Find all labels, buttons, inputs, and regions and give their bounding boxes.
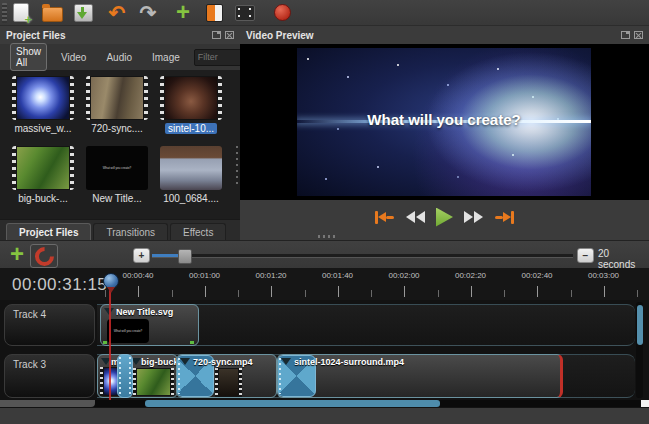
current-timecode: 00:00:31:15 (12, 275, 107, 295)
undo-button[interactable] (106, 2, 128, 24)
timeline-ruler[interactable]: 00:00:4000:01:0000:01:2000:01:4000:02:00… (95, 268, 649, 300)
preview-frame: What will you create? (297, 48, 591, 196)
resize-grip[interactable] (641, 400, 649, 407)
ruler-label: 00:01:20 (255, 271, 286, 280)
import-files-button[interactable] (172, 2, 194, 24)
file-label: big-buck-... (15, 193, 70, 204)
title-thumbnail: What will you create? (86, 146, 148, 190)
title-preview-text: What will you create? (103, 166, 132, 170)
filter-input[interactable] (194, 49, 244, 66)
file-item-massive[interactable]: massive_w... (6, 76, 80, 146)
transition-clip[interactable] (117, 354, 133, 398)
filmstrip-thumbnail (160, 76, 222, 120)
clip-new-title[interactable]: New Title.svg What will you create? (100, 304, 199, 346)
jump-to-start-button[interactable] (375, 211, 395, 224)
close-panel-icon[interactable] (634, 31, 643, 39)
fullscreen-icon (235, 5, 255, 21)
keyframe-mark (103, 341, 107, 344)
close-panel-icon[interactable] (225, 31, 234, 39)
plus-icon (10, 244, 24, 264)
zoom-slider-thumb[interactable] (178, 249, 192, 264)
status-bar (0, 408, 649, 424)
track-row-3: Track 3 m big-buck- 72 (0, 354, 649, 398)
preview-viewport[interactable]: What will you create? (240, 44, 649, 200)
clip-label: big-buck- (141, 357, 178, 367)
float-panel-icon[interactable] (621, 31, 630, 39)
filmstrip-thumbnail (12, 76, 74, 120)
ruler-minor-tick (172, 290, 173, 297)
file-label: New Title... (89, 193, 144, 204)
rewind-button[interactable] (406, 211, 425, 223)
horizontal-scrollbar[interactable] (0, 400, 649, 407)
ruler-label: 00:02:40 (521, 271, 552, 280)
clip-720-sync[interactable]: 720-sync.mp4 (176, 354, 277, 398)
file-item-big-buck[interactable]: big-buck-... (6, 146, 80, 216)
chevron-down-icon[interactable] (281, 358, 291, 365)
choose-profile-button[interactable] (203, 2, 225, 24)
toolbar-grip[interactable] (2, 3, 7, 23)
ruler-major-tick (404, 286, 405, 297)
playback-controls (240, 200, 649, 234)
clip-sintel[interactable]: sintel-1024-surround.mp4 (277, 354, 563, 398)
zoom-in-button[interactable] (133, 248, 150, 263)
open-project-button[interactable] (41, 2, 63, 24)
filter-tab-video[interactable]: Video (55, 49, 92, 66)
timeline-ruler-row: 00:00:31:15 00:00:4000:01:0000:01:2000:0… (0, 268, 649, 301)
track-name: Track 3 (13, 359, 46, 370)
ruler-label: 00:01:00 (189, 271, 220, 280)
stars-decoration (307, 58, 309, 60)
redo-button[interactable] (137, 2, 159, 24)
dock-buttons (621, 31, 643, 39)
fast-forward-button[interactable] (464, 211, 483, 223)
playhead-marker[interactable] (103, 273, 119, 289)
export-video-button[interactable] (271, 2, 293, 24)
file-item-100-0684[interactable]: 100_0684.... (154, 146, 228, 216)
zoom-level-label: 20 seconds (598, 248, 649, 270)
track-header-3[interactable]: Track 3 (4, 354, 95, 398)
snapping-toggle-button[interactable] (30, 244, 58, 268)
profile-icon (206, 4, 223, 22)
clip-label: sintel-1024-surround.mp4 (294, 357, 404, 367)
track-row-4: Track 4 New Title.svg What will you crea… (0, 304, 649, 346)
fullscreen-button[interactable] (234, 2, 256, 24)
ruler-label: 00:03:00 (588, 271, 619, 280)
zoom-out-button[interactable] (577, 248, 594, 263)
file-item-new-title[interactable]: What will you create? New Title... (80, 146, 154, 216)
tab-transitions[interactable]: Transitions (93, 223, 168, 241)
zoom-slider[interactable] (152, 254, 573, 258)
clip-big-buck[interactable]: big-buck- (127, 354, 178, 398)
plus-icon (176, 3, 190, 22)
file-label-selected: sintel-10... (165, 123, 217, 134)
panel-title: Project Files (6, 30, 65, 41)
file-item-720-sync[interactable]: 720-sync.... (80, 76, 154, 146)
add-track-button[interactable] (6, 243, 28, 265)
ruler-major-tick (338, 286, 339, 297)
play-button[interactable] (436, 208, 453, 227)
file-item-sintel[interactable]: sintel-10... (154, 76, 228, 146)
jump-to-end-button[interactable] (494, 211, 514, 224)
track-header-4[interactable]: Track 4 (4, 304, 95, 346)
tab-project-files[interactable]: Project Files (6, 223, 91, 241)
filter-tab-audio[interactable]: Audio (100, 49, 138, 66)
horizontal-splitter-handle[interactable] (318, 235, 336, 238)
clip-label: New Title.svg (116, 307, 173, 317)
ruler-major-tick (205, 286, 206, 297)
filter-tab-image[interactable]: Image (146, 49, 186, 66)
playhead-line[interactable] (109, 288, 111, 400)
filter-tab-show-all[interactable]: Show All (10, 43, 47, 71)
file-label: 720-sync.... (88, 123, 146, 134)
ruler-minor-tick (438, 290, 439, 297)
ruler-minor-tick (105, 290, 106, 297)
chevron-down-icon[interactable] (180, 358, 190, 365)
vertical-scrollbar-thumb[interactable] (637, 305, 643, 345)
tab-effects[interactable]: Effects (170, 223, 226, 241)
new-project-button[interactable] (10, 2, 32, 24)
clip-thumbnail (133, 368, 174, 396)
timeline-tracks: Track 4 New Title.svg What will you crea… (0, 300, 649, 408)
vertical-scrollbar[interactable] (636, 302, 643, 398)
float-panel-icon[interactable] (212, 31, 221, 39)
save-project-button[interactable] (72, 2, 94, 24)
ruler-minor-tick (571, 290, 572, 297)
ruler-minor-tick (305, 290, 306, 297)
horizontal-scrollbar-thumb[interactable] (145, 400, 440, 407)
